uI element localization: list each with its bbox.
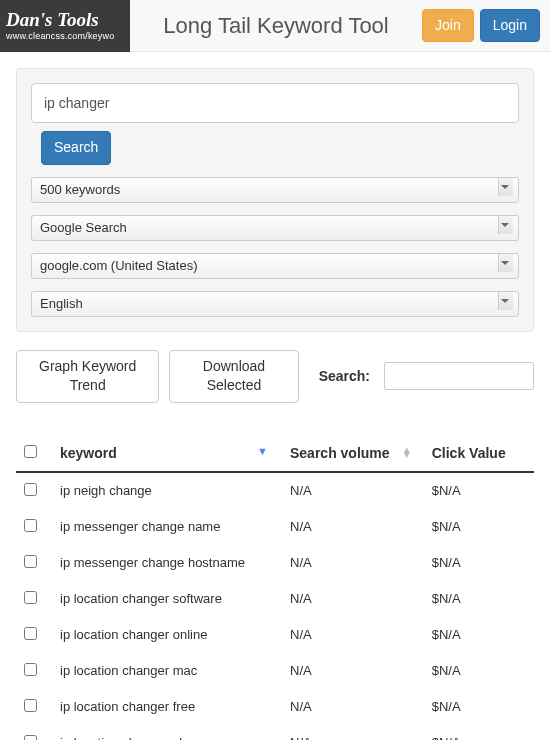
cell-volume: N/A	[282, 689, 424, 725]
header-click-label: Click Value	[432, 445, 506, 461]
table-row: ip location changer macN/A$N/A	[16, 653, 534, 689]
nav-right: Join Login	[422, 9, 540, 43]
cell-click-value: $N/A	[424, 545, 534, 581]
row-checkbox[interactable]	[24, 519, 37, 532]
cell-click-value: $N/A	[424, 509, 534, 545]
sort-desc-icon: ▼	[257, 445, 268, 457]
row-checkbox[interactable]	[24, 555, 37, 568]
cell-keyword: ip location changer chrome	[52, 725, 282, 740]
table-row: ip location changer onlineN/A$N/A	[16, 617, 534, 653]
brand-title: Dan's Tools	[6, 10, 124, 29]
table-row: ip messenger change hostnameN/A$N/A	[16, 545, 534, 581]
cell-click-value: $N/A	[424, 617, 534, 653]
row-checkbox[interactable]	[24, 699, 37, 712]
header-volume[interactable]: Search volume▲▼	[282, 435, 424, 472]
row-checkbox[interactable]	[24, 627, 37, 640]
cell-keyword: ip location changer free	[52, 689, 282, 725]
download-selected-button[interactable]: Download Selected	[169, 350, 298, 403]
select-all-checkbox[interactable]	[24, 445, 37, 458]
cell-click-value: $N/A	[424, 653, 534, 689]
graph-trend-button[interactable]: Graph Keyword Trend	[16, 350, 159, 403]
filter-label: Search:	[319, 368, 370, 384]
table-row: ip location changer softwareN/A$N/A	[16, 581, 534, 617]
keyword-input[interactable]	[31, 83, 519, 123]
cell-keyword: ip messenger change name	[52, 509, 282, 545]
table-row: ip messenger change nameN/A$N/A	[16, 509, 534, 545]
cell-keyword: ip location changer mac	[52, 653, 282, 689]
header-volume-label: Search volume	[290, 445, 390, 461]
cell-keyword: ip neigh change	[52, 472, 282, 509]
header-click[interactable]: Click Value	[424, 435, 534, 472]
limit-select[interactable]: 500 keywords	[31, 177, 519, 203]
cell-click-value: $N/A	[424, 581, 534, 617]
cell-volume: N/A	[282, 653, 424, 689]
filter-input[interactable]	[384, 362, 534, 390]
search-panel: Search 500 keywords Google Search google…	[16, 68, 534, 332]
language-select[interactable]: English	[31, 291, 519, 317]
results-table: keyword▼ Search volume▲▼ Click Value ip …	[16, 435, 534, 740]
cell-click-value: $N/A	[424, 472, 534, 509]
search-button[interactable]: Search	[41, 131, 111, 165]
row-checkbox[interactable]	[24, 663, 37, 676]
brand-logo[interactable]: Dan's Tools www.cleancss.com/keywo	[0, 0, 130, 52]
header-keyword-label: keyword	[60, 445, 117, 461]
brand-url: www.cleancss.com/keywo	[6, 31, 124, 41]
cell-volume: N/A	[282, 509, 424, 545]
cell-volume: N/A	[282, 617, 424, 653]
source-select[interactable]: Google Search	[31, 215, 519, 241]
sort-icon: ▲▼	[402, 447, 412, 457]
cell-volume: N/A	[282, 581, 424, 617]
row-checkbox[interactable]	[24, 735, 37, 740]
navbar: Dan's Tools www.cleancss.com/keywo Long …	[0, 0, 550, 52]
cell-keyword: ip messenger change hostname	[52, 545, 282, 581]
header-keyword[interactable]: keyword▼	[52, 435, 282, 472]
cell-volume: N/A	[282, 725, 424, 740]
row-checkbox[interactable]	[24, 591, 37, 604]
cell-keyword: ip location changer online	[52, 617, 282, 653]
cell-click-value: $N/A	[424, 689, 534, 725]
cell-click-value: $N/A	[424, 725, 534, 740]
cell-volume: N/A	[282, 472, 424, 509]
join-button[interactable]: Join	[422, 9, 474, 43]
header-select-all[interactable]	[16, 435, 52, 472]
region-select[interactable]: google.com (United States)	[31, 253, 519, 279]
cell-keyword: ip location changer software	[52, 581, 282, 617]
table-row: ip neigh changeN/A$N/A	[16, 472, 534, 509]
login-button[interactable]: Login	[480, 9, 540, 43]
table-row: ip location changer freeN/A$N/A	[16, 689, 534, 725]
cell-volume: N/A	[282, 545, 424, 581]
row-checkbox[interactable]	[24, 483, 37, 496]
page-title: Long Tail Keyword Tool	[130, 13, 422, 39]
table-row: ip location changer chromeN/A$N/A	[16, 725, 534, 740]
toolbar: Graph Keyword Trend Download Selected Se…	[16, 350, 534, 403]
